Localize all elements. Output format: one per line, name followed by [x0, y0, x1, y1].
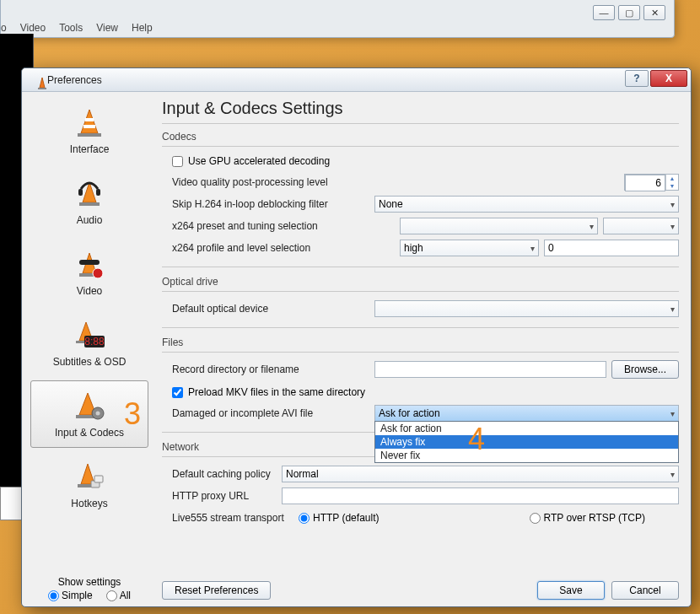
sidebar-item-label: Hotkeys: [71, 498, 107, 509]
group-files: Files Record directory or filename Brows…: [162, 337, 679, 433]
menu-item[interactable]: Tools: [59, 22, 83, 34]
x264-profile-combo[interactable]: high: [400, 240, 539, 256]
caching-combo[interactable]: Normal: [282, 466, 679, 482]
caching-label: Default caching policy: [172, 468, 282, 480]
preferences-dialog: Preferences ? X Interface Audio: [21, 67, 692, 607]
spin-up-icon[interactable]: ▲: [666, 175, 678, 182]
cancel-button[interactable]: Cancel: [611, 581, 679, 600]
show-settings-all[interactable]: All: [106, 590, 131, 601]
cone-glasses-icon: [70, 248, 109, 282]
x264-profile-label: x264 profile and level selection: [172, 242, 400, 254]
video-quality-spinner[interactable]: ▲▼: [624, 174, 679, 191]
cone-keys-icon: [70, 460, 109, 494]
sidebar-item-label: Subtitles & OSD: [53, 356, 127, 368]
dialog-button-row: Reset Preferences Save Cancel: [162, 576, 679, 600]
menu-item[interactable]: Help: [132, 22, 153, 34]
gpu-decoding-label: Use GPU accelerated decoding: [188, 155, 330, 167]
avi-fix-label: Damaged or incomplete AVI file: [172, 407, 374, 419]
maximize-button[interactable]: ▢: [618, 5, 640, 20]
radio-http[interactable]: [299, 513, 310, 524]
main-panel: Input & Codecs Settings Codecs Use GPU a…: [157, 92, 691, 606]
help-button[interactable]: ?: [625, 70, 649, 87]
skip-h264-combo[interactable]: None: [374, 196, 679, 213]
menu-item[interactable]: View: [96, 22, 118, 34]
default-optical-label: Default optical device: [172, 303, 374, 315]
svg-text:8:88: 8:88: [84, 336, 105, 347]
cone-icon: [70, 106, 109, 140]
sidebar-item-hotkeys[interactable]: Hotkeys: [30, 451, 148, 519]
gpu-decoding-checkbox[interactable]: [172, 156, 183, 167]
close-button[interactable]: ✕: [643, 5, 665, 20]
cone-headphones-icon: [70, 177, 109, 211]
background-app-window: o Video Tools View Help — ▢ ✕: [0, 0, 675, 38]
divider: [162, 123, 679, 124]
browse-button[interactable]: Browse...: [611, 360, 679, 379]
sidebar-item-label: Input & Codecs: [55, 427, 124, 439]
show-settings-simple[interactable]: Simple: [48, 590, 93, 601]
http-proxy-input[interactable]: [282, 487, 679, 504]
radio-all[interactable]: [106, 590, 117, 601]
group-optical: Optical drive Default optical device: [162, 276, 679, 328]
avi-option-never[interactable]: Never fix: [375, 449, 678, 462]
svg-rect-8: [78, 189, 83, 196]
avi-fix-combo[interactable]: Ask for action: [374, 405, 679, 422]
http-proxy-label: HTTP proxy URL: [172, 490, 282, 502]
dialog-titlebar[interactable]: Preferences ? X: [22, 68, 691, 92]
svg-rect-7: [79, 202, 100, 206]
sidebar-item-input-codecs[interactable]: 3 Input & Codecs: [30, 380, 148, 448]
record-dir-input[interactable]: [374, 361, 606, 378]
reset-preferences-button[interactable]: Reset Preferences: [162, 581, 271, 600]
cone-gear-icon: [70, 390, 109, 423]
video-quality-value[interactable]: [625, 175, 665, 191]
default-optical-combo[interactable]: [374, 300, 679, 317]
preload-mkv-checkbox[interactable]: [172, 387, 183, 398]
avi-option-always[interactable]: Always fix: [375, 435, 678, 449]
show-settings-group: Show settings Simple All: [27, 576, 152, 601]
cone-subtitle-icon: 8:88: [70, 319, 109, 353]
video-quality-label: Video quality post-processing level: [172, 176, 374, 188]
svg-rect-1: [38, 88, 46, 89]
svg-rect-12: [79, 260, 100, 265]
group-title: Files: [162, 337, 679, 348]
live555-label: Live555 stream transport: [172, 512, 299, 524]
show-settings-label: Show settings: [27, 576, 152, 588]
minimize-button[interactable]: —: [593, 5, 615, 20]
svg-rect-5: [83, 125, 95, 128]
svg-rect-4: [85, 118, 94, 121]
svg-rect-25: [94, 476, 103, 482]
live555-rtp-option[interactable]: RTP over RTSP (TCP): [530, 512, 645, 524]
avi-option-ask[interactable]: Ask for action: [375, 422, 678, 435]
x264-preset-combo[interactable]: [400, 218, 598, 234]
group-codecs: Codecs Use GPU accelerated decoding Vide…: [162, 131, 679, 267]
dialog-close-button[interactable]: X: [650, 70, 687, 87]
spin-down-icon[interactable]: ▼: [666, 182, 678, 190]
dialog-title-text: Preferences: [47, 74, 102, 86]
sidebar-item-label: Audio: [77, 214, 103, 226]
svg-rect-3: [78, 133, 101, 137]
svg-point-21: [96, 412, 100, 416]
radio-rtp[interactable]: [530, 513, 541, 524]
avi-fix-dropdown: Ask for action Always fix Never fix 4: [374, 421, 679, 463]
x264-level-input[interactable]: [544, 240, 679, 256]
live555-http-option[interactable]: HTTP (default): [299, 512, 379, 524]
sidebar-item-audio[interactable]: Audio: [30, 168, 148, 235]
svg-rect-9: [96, 189, 100, 196]
background-menubar: o Video Tools View Help: [1, 22, 153, 34]
skip-h264-label: Skip H.264 in-loop deblocking filter: [172, 198, 374, 210]
x264-tuning-combo[interactable]: [603, 218, 679, 234]
page-title: Input & Codecs Settings: [162, 99, 679, 118]
x264-preset-label: x264 preset and tuning selection: [172, 220, 400, 232]
sidebar-item-interface[interactable]: Interface: [30, 97, 148, 164]
menu-item[interactable]: o: [1, 22, 7, 34]
vlc-cone-icon: [29, 73, 42, 86]
sidebar-item-video[interactable]: Video: [30, 239, 148, 306]
svg-marker-0: [40, 78, 45, 88]
group-title: Codecs: [162, 131, 679, 143]
save-button[interactable]: Save: [537, 581, 605, 600]
radio-simple[interactable]: [48, 590, 59, 601]
sidebar-item-subtitles[interactable]: 8:88 Subtitles & OSD: [30, 310, 148, 377]
menu-item[interactable]: Video: [20, 22, 46, 34]
sidebar-item-label: Video: [77, 285, 102, 297]
record-dir-label: Record directory or filename: [172, 364, 374, 375]
window-controls: — ▢ ✕: [593, 5, 665, 20]
